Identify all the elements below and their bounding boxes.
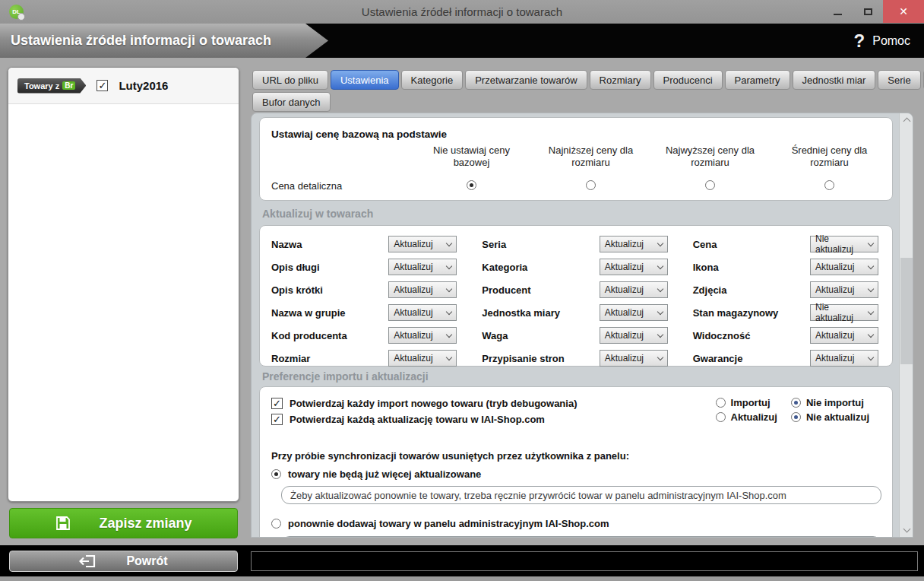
update-field-select[interactable]: Aktualizuj: [600, 236, 668, 252]
radio-label: Nie aktualizuj: [806, 411, 869, 423]
header-band: Ustawienia źródeł informacji o towarach …: [0, 24, 924, 58]
radio-najwyzszej-ceny[interactable]: [705, 180, 715, 190]
radio-nie-importuj[interactable]: Nie importuj: [791, 397, 869, 408]
confirm-update-row: ✓ Potwierdzaj każdą aktualizację towaru …: [271, 414, 545, 425]
select-value: Aktualizuj: [605, 353, 644, 364]
update-field-select[interactable]: Aktualizuj: [810, 281, 878, 298]
update-field-row: KategoriaAktualizuj: [470, 256, 681, 278]
radio-aktualizuj[interactable]: Aktualizuj: [716, 411, 777, 423]
update-field-label: Przypisanie stron: [482, 353, 564, 364]
update-field-select[interactable]: Aktualizuj: [388, 259, 457, 275]
titlebar: DL Ustawienia źródeł informacji o towara…: [0, 0, 924, 24]
sync-note-field-2[interactable]: [281, 536, 881, 538]
app-window: DL Ustawienia źródeł informacji o towara…: [0, 0, 924, 581]
update-field-select[interactable]: Aktualizuj: [388, 236, 457, 252]
radio-importuj[interactable]: Importuj: [716, 397, 777, 408]
select-value: Aktualizuj: [605, 284, 644, 295]
source-checkbox[interactable]: ✓: [97, 80, 108, 91]
select-value: Aktualizuj: [815, 284, 854, 295]
chevron-up-icon: [903, 118, 910, 125]
scrollbar-thumb[interactable]: [900, 258, 913, 364]
update-field-select[interactable]: Nie aktualizuj: [810, 304, 878, 321]
close-button[interactable]: ✕: [883, 0, 924, 23]
update-field-row: RozmiarAktualizuj: [260, 347, 470, 370]
source-list-item[interactable]: Towary z Br ✓ Luty2016: [8, 68, 239, 104]
update-field-select[interactable]: Aktualizuj: [600, 304, 668, 321]
price-base-section: Ustawiaj cenę bazową na podstawie Nie us…: [259, 117, 893, 201]
tab-bufor-danych[interactable]: Bufor danych: [252, 92, 331, 112]
minimize-icon: [834, 14, 842, 15]
sync-note-field[interactable]: Żeby aktualizować ponownie te towary, tr…: [281, 486, 881, 504]
tab-row-2: Bufor danych: [252, 92, 331, 112]
select-value: Aktualizuj: [815, 330, 854, 341]
check-icon: ✓: [98, 81, 106, 90]
update-field-select[interactable]: Nie aktualizuj: [810, 236, 878, 252]
update-field-select[interactable]: Aktualizuj: [388, 281, 457, 298]
price-column-header: Średniej ceny dla rozmiaru: [770, 144, 889, 170]
update-field-select[interactable]: Aktualizuj: [600, 259, 668, 275]
update-field-select[interactable]: Aktualizuj: [810, 259, 878, 275]
update-field-select[interactable]: Aktualizuj: [388, 327, 457, 344]
radio-label: Aktualizuj: [731, 411, 777, 423]
select-value: Aktualizuj: [605, 262, 644, 272]
tab-jednostki-miar[interactable]: Jednostki miar: [793, 70, 876, 90]
help-button[interactable]: ? Pomoc: [854, 24, 910, 58]
update-field-label: Kategoria: [482, 262, 527, 273]
price-column-header: Najniższej ceny dla rozmiaru: [531, 144, 650, 170]
update-field-label: Nazwa w grupie: [271, 307, 346, 319]
update-field-select[interactable]: Aktualizuj: [600, 350, 668, 367]
update-field-select[interactable]: Aktualizuj: [388, 304, 457, 321]
update-field-row: IkonaAktualizuj: [682, 256, 892, 278]
price-column-header: Najwyższej ceny dla rozmiaru: [650, 144, 770, 170]
update-grid: NazwaAktualizujSeriaAktualizujCenaNie ak…: [260, 226, 892, 370]
maximize-button[interactable]: [853, 0, 883, 23]
chevron-down-icon: [657, 354, 663, 360]
update-field-row: GwarancjeAktualizuj: [682, 347, 892, 370]
help-icon: ?: [854, 30, 865, 52]
select-value: Aktualizuj: [605, 330, 644, 341]
update-field-select[interactable]: Aktualizuj: [600, 327, 668, 344]
update-field-row: Opis krótkiAktualizuj: [260, 278, 470, 301]
save-changes-button[interactable]: Zapisz zmiany: [9, 508, 238, 538]
scroll-down-button[interactable]: [900, 524, 913, 537]
confirm-import-label: Potwierdzaj każdy import nowego towaru (…: [290, 398, 577, 409]
confirm-update-checkbox[interactable]: ✓: [271, 414, 283, 425]
tab-producenci[interactable]: Producenci: [653, 70, 723, 90]
chevron-down-icon: [868, 240, 874, 246]
tab-parametry[interactable]: Parametry: [725, 70, 790, 90]
update-field-select[interactable]: Aktualizuj: [388, 350, 457, 367]
radio-sredniej-ceny[interactable]: [824, 180, 834, 190]
tab-ustawienia[interactable]: Ustawienia: [331, 70, 399, 90]
update-field-label: Zdjęcia: [693, 284, 727, 296]
update-field-select[interactable]: Aktualizuj: [810, 350, 878, 367]
sync-option-stop-updating[interactable]: towary nie będą już więcej aktualizowane: [271, 468, 481, 480]
window-controls: ✕: [822, 0, 924, 23]
sync-heading: Przy próbie synchronizacji towarów usuni…: [271, 450, 629, 462]
chevron-down-icon: [657, 308, 663, 314]
tab-serie[interactable]: Serie: [878, 70, 920, 90]
check-icon: ✓: [273, 414, 281, 424]
confirm-import-checkbox[interactable]: ✓: [271, 398, 283, 409]
back-button[interactable]: Powrót: [9, 551, 238, 572]
update-field-select[interactable]: Aktualizuj: [600, 281, 668, 298]
vertical-scrollbar[interactable]: [899, 113, 913, 537]
minimize-button[interactable]: [822, 0, 853, 23]
select-value: Aktualizuj: [394, 262, 432, 272]
sync-option-re-add[interactable]: ponownie dodawaj towary w panelu adminis…: [271, 518, 609, 529]
badge-tag: Br: [62, 81, 75, 90]
select-value: Nie aktualizuj: [815, 233, 869, 255]
app-icon: DL: [9, 5, 24, 19]
radio-najnizszej-ceny[interactable]: [586, 180, 596, 190]
tab-przetwarzanie-towar-w[interactable]: Przetwarzanie towarów: [465, 70, 587, 90]
tab-kategorie[interactable]: Kategorie: [401, 70, 464, 90]
radio-nie-aktualizuj[interactable]: Nie aktualizuj: [791, 411, 869, 423]
chevron-down-icon: [657, 240, 663, 246]
radio-icon: [271, 519, 281, 529]
radio-nie-ustawiaj-ceny[interactable]: [467, 180, 476, 190]
check-icon: ✓: [273, 398, 281, 408]
scroll-up-button[interactable]: [900, 113, 913, 126]
tab-url-do-pliku[interactable]: URL do pliku: [252, 70, 328, 90]
chevron-down-icon: [868, 285, 874, 291]
update-field-select[interactable]: Aktualizuj: [810, 327, 878, 344]
tab-rozmiary[interactable]: Rozmiary: [590, 70, 651, 90]
